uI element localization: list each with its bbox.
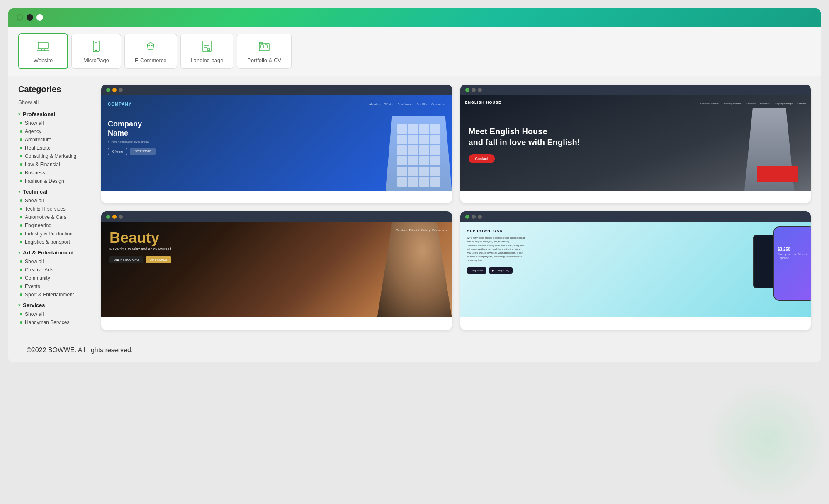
svg-point-5 [96,50,97,51]
bullet-icon [20,313,22,315]
card-dot-yellow [112,215,117,219]
tab-website[interactable]: Website [18,33,68,69]
bullet-icon [20,122,22,124]
list-item[interactable]: Sport & Entertainment [20,291,95,299]
card-preview-beauty: Services Pricelist Gallery Promotions Be… [101,222,452,317]
beauty-buttons: ONLINE BOOKING GIFT CARDS [109,256,173,263]
card-dot-green [465,215,469,219]
card-dot-gray [478,88,482,92]
invest-button[interactable]: Invest with us [130,148,156,155]
list-item[interactable]: Consulting & Marketing [20,152,95,160]
category-art-header[interactable]: ▾ Art & Entertainment [18,250,95,256]
list-item[interactable]: Community [20,274,95,282]
english-preview-bg: ENGLISH HOUSE About the school Learning … [460,95,811,191]
template-english-house[interactable]: ENGLISH HOUSE About the school Learning … [460,85,811,203]
sidebar-title: Categories [18,85,95,94]
svg-rect-0 [38,42,48,49]
phone-amount: $3,250 [778,247,811,252]
list-item[interactable]: Show all [20,119,95,127]
bullet-icon [20,147,22,149]
bullet-icon [20,269,22,271]
phone-mockup-primary: $3,250 Save your time & Less Expense [773,226,811,301]
app-title: APP DOWNLOAD [467,229,805,233]
bullet-icon [20,216,22,218]
english-contact-btn[interactable]: Contact [469,154,495,163]
list-item[interactable]: Handyman Services [20,318,95,327]
category-professional-items: Show all Agency Architecture Real Estate… [18,119,95,185]
tab-portfolio[interactable]: Portfolio & CV [237,34,292,69]
category-services: ▾ Services Show all Handyman Services [18,302,95,327]
category-art-label: Art & Entertainment [23,250,74,256]
english-nav-links: About the school Learning method Activit… [698,99,806,106]
online-booking-button[interactable]: ONLINE BOOKING [109,256,143,263]
list-item[interactable]: Show all [20,196,95,205]
laptop-icon [36,39,51,54]
list-item[interactable]: Logistics & transport [20,238,95,246]
list-item[interactable]: Fashion & Design [20,177,95,185]
show-all-button[interactable]: Show all [18,99,95,105]
googleplay-button[interactable]: ▶ Google Play [489,267,513,274]
svg-rect-9 [203,41,211,52]
list-item[interactable]: Business [20,169,95,177]
list-item[interactable]: Law & Financial [20,160,95,169]
chevron-down-icon: ▾ [18,250,20,255]
category-services-label: Services [23,302,45,308]
tab-bar: Website MicroPage E-Comme [8,27,821,76]
template-company[interactable]: COMPANY About us Offering Core Values Ou… [101,85,452,203]
tab-portfolio-label: Portfolio & CV [247,57,281,63]
app-preview-bg: APP DOWNLOAD Write why users should down… [460,222,811,317]
browser-chrome [8,8,821,27]
card-preview-english: ENGLISH HOUSE About the school Learning … [460,95,811,191]
app-description: Write why users should download your app… [467,236,525,262]
tab-ecommerce[interactable]: E-Commerce [124,34,177,69]
content-area: Categories Show all ▾ Professional Show … [8,76,821,338]
offering-button[interactable]: Offering [108,148,127,155]
card-chrome [460,211,811,222]
list-item[interactable]: Creative Arts [20,266,95,274]
bullet-icon [20,293,22,296]
list-item[interactable]: Events [20,282,95,291]
category-professional-header[interactable]: ▾ Professional [18,111,95,117]
card-dot-gray [472,88,476,92]
bullet-icon [20,321,22,324]
category-technical-label: Technical [23,189,47,195]
tab-landing[interactable]: Landing page [180,34,234,69]
list-item[interactable]: Engineering [20,221,95,230]
card-chrome [101,85,452,95]
list-item[interactable]: Architecture [20,136,95,144]
list-item[interactable]: Show all [20,310,95,318]
svg-rect-14 [261,45,263,48]
category-technical-header[interactable]: ▾ Technical [18,189,95,195]
company-preview-bg: COMPANY About us Offering Core Values Ou… [101,95,452,191]
tab-micropage[interactable]: MicroPage [71,34,121,69]
category-services-header[interactable]: ▾ Services [18,302,95,308]
list-item[interactable]: Industry & Production [20,230,95,238]
template-app-download[interactable]: APP DOWNLOAD Write why users should down… [460,211,811,330]
gift-cards-button[interactable]: GIFT CARDS [146,256,171,263]
card-preview-company: COMPANY About us Offering Core Values Ou… [101,95,452,191]
beauty-nav-links: Services Pricelist Gallery Promotions [396,225,447,233]
list-item[interactable]: Tech & IT services [20,205,95,213]
svg-point-8 [151,45,152,46]
bullet-icon [20,208,22,210]
company-logo: COMPANY [108,102,131,107]
chevron-down-icon: ▾ [18,189,20,194]
phone-screen: $3,250 Save your time & Less Expense [774,227,811,300]
category-technical: ▾ Technical Show all Tech & IT services … [18,189,95,246]
tab-ecommerce-label: E-Commerce [135,57,167,63]
main-window: Website MicroPage E-Comme [8,27,821,362]
browser-dots [17,14,812,27]
appstore-button[interactable]:  App Store [467,267,487,274]
list-item[interactable]: Agency [20,127,95,136]
company-nav: COMPANY About us Offering Core Values Ou… [108,102,445,107]
card-preview-app: APP DOWNLOAD Write why users should down… [460,222,811,317]
category-professional-label: Professional [23,111,55,117]
category-art-items: Show all Creative Arts Community Events … [18,257,95,299]
list-item[interactable]: Real Estate [20,144,95,152]
appstore-label: App Store [472,269,484,272]
gradient-blob [705,380,829,504]
bullet-icon [20,260,22,263]
list-item[interactable]: Show all [20,257,95,266]
template-beauty[interactable]: Services Pricelist Gallery Promotions Be… [101,211,452,330]
list-item[interactable]: Automotive & Cars [20,213,95,221]
